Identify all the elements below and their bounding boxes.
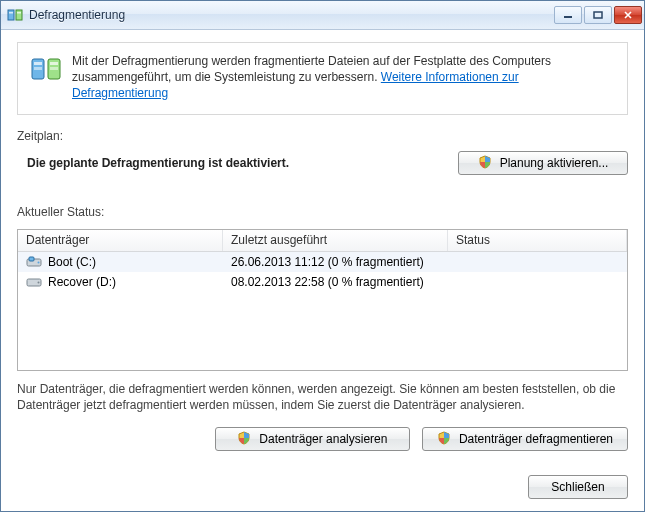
- maximize-button[interactable]: [584, 6, 612, 24]
- svg-rect-4: [564, 16, 572, 18]
- svg-rect-0: [8, 10, 14, 20]
- col-status[interactable]: Status: [448, 230, 627, 251]
- close-label: Schließen: [551, 480, 604, 494]
- analyze-label: Datenträger analysieren: [259, 432, 387, 446]
- svg-rect-10: [34, 67, 42, 70]
- disk-table: Datenträger Zuletzt ausgeführt Status: [17, 229, 628, 371]
- table-row[interactable]: Recover (D:) 08.02.2013 22:58 (0 % fragm…: [18, 272, 627, 292]
- enable-schedule-label: Planung aktivieren...: [500, 156, 609, 170]
- titlebar[interactable]: Defragmentierung: [1, 1, 644, 30]
- defragment-button[interactable]: Datenträger defragmentieren: [422, 427, 628, 451]
- defrag-app-icon: [7, 7, 23, 23]
- action-row: Datenträger analysieren Datenträger defr…: [17, 427, 628, 451]
- status-label: Aktueller Status:: [17, 205, 628, 219]
- svg-rect-9: [50, 62, 58, 65]
- col-disk[interactable]: Datenträger: [18, 230, 223, 251]
- svg-rect-11: [50, 67, 58, 70]
- table-header: Datenträger Zuletzt ausgeführt Status: [18, 230, 627, 252]
- close-row: Schließen: [17, 465, 628, 499]
- schedule-row: Die geplante Defragmentierung ist deakti…: [17, 147, 628, 179]
- col-last-run[interactable]: Zuletzt ausgeführt: [223, 230, 448, 251]
- disk-last-run: 26.06.2013 11:12 (0 % fragmentiert): [231, 255, 424, 269]
- disk-last-run: 08.02.2013 22:58 (0 % fragmentiert): [231, 275, 424, 289]
- svg-point-13: [38, 261, 40, 263]
- defrag-window: Defragmentierung: [0, 0, 645, 512]
- window-controls: [554, 6, 642, 24]
- shield-icon: [237, 431, 253, 447]
- disk-name: Boot (C:): [48, 255, 96, 269]
- hint-text: Nur Datenträger, die defragmentiert werd…: [17, 381, 628, 413]
- svg-rect-5: [594, 12, 602, 18]
- enable-schedule-button[interactable]: Planung aktivieren...: [458, 151, 628, 175]
- table-body: Boot (C:) 26.06.2013 11:12 (0 % fragment…: [18, 252, 627, 370]
- table-row[interactable]: Boot (C:) 26.06.2013 11:12 (0 % fragment…: [18, 252, 627, 272]
- info-panel: Mit der Defragmentierung werden fragment…: [17, 42, 628, 115]
- schedule-label: Zeitplan:: [17, 129, 628, 143]
- analyze-button[interactable]: Datenträger analysieren: [215, 427, 410, 451]
- client-area: Mit der Defragmentierung werden fragment…: [1, 30, 644, 511]
- svg-point-16: [38, 281, 40, 283]
- shield-icon: [478, 155, 494, 171]
- window-title: Defragmentierung: [29, 8, 554, 22]
- disk-icon: [26, 254, 42, 270]
- svg-rect-14: [29, 257, 34, 261]
- disk-name: Recover (D:): [48, 275, 116, 289]
- shield-icon: [437, 431, 453, 447]
- close-button[interactable]: [614, 6, 642, 24]
- defragment-label: Datenträger defragmentieren: [459, 432, 613, 446]
- svg-rect-3: [17, 12, 21, 14]
- close-dialog-button[interactable]: Schließen: [528, 475, 628, 499]
- schedule-status: Die geplante Defragmentierung ist deakti…: [27, 156, 442, 170]
- svg-rect-1: [16, 10, 22, 20]
- minimize-button[interactable]: [554, 6, 582, 24]
- disk-icon: [26, 274, 42, 290]
- svg-rect-2: [9, 12, 13, 14]
- info-text: Mit der Defragmentierung werden fragment…: [72, 53, 615, 102]
- svg-rect-8: [34, 62, 42, 65]
- defrag-icon: [30, 53, 62, 85]
